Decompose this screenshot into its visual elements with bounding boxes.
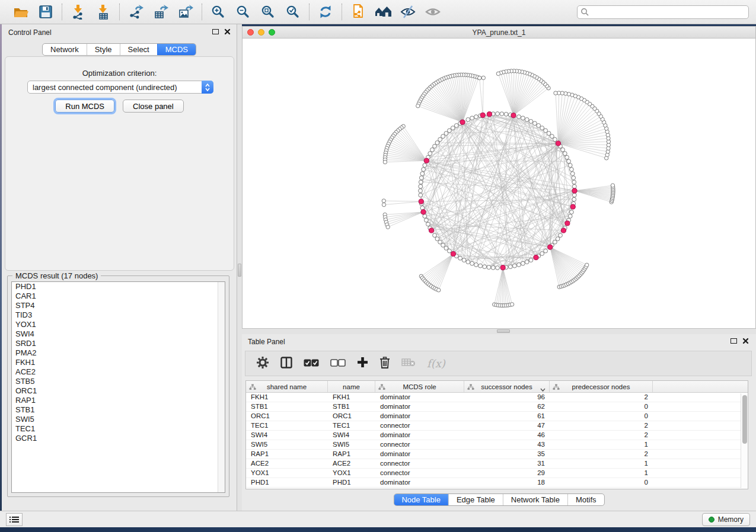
- mcds-result-item[interactable]: PHD1: [12, 282, 225, 291]
- memory-button[interactable]: Memory: [702, 513, 750, 526]
- tab-network-table[interactable]: Network Table: [503, 494, 567, 505]
- table-row[interactable]: YOX1YOX1connector291: [246, 469, 748, 478]
- cell-successor-nodes: 43: [464, 440, 550, 449]
- table-settings-button[interactable]: [256, 356, 269, 371]
- column-header-mcds-role[interactable]: MCDS role: [375, 381, 464, 392]
- mcds-result-item[interactable]: TID3: [12, 310, 225, 320]
- task-history-button[interactable]: [6, 513, 23, 526]
- table-row[interactable]: SWI5SWI5connector431: [246, 440, 748, 450]
- close-panel-button[interactable]: Close panel: [123, 100, 184, 113]
- control-panel: Control Panel NetworkStyleSelectMCDS Opt…: [2, 24, 237, 511]
- zoom-fit-button[interactable]: [260, 4, 276, 20]
- mcds-result-item[interactable]: ACE2: [12, 367, 225, 377]
- import-network-button[interactable]: [70, 4, 87, 20]
- cell-predecessor-nodes: 2: [550, 431, 653, 440]
- mcds-result-item[interactable]: STB1: [12, 405, 225, 415]
- zoom-in-button[interactable]: [210, 4, 227, 20]
- cell-successor-nodes: 47: [464, 421, 550, 430]
- table-row[interactable]: STB1STB1dominator620: [246, 402, 748, 412]
- table-scrollbar-thumb[interactable]: [742, 395, 747, 444]
- mcds-result-item[interactable]: RAP1: [12, 396, 225, 405]
- column-header-shared-name[interactable]: shared name: [246, 381, 328, 392]
- tab-node-table[interactable]: Node Table: [394, 494, 448, 505]
- cell-name: ACE2: [328, 459, 375, 468]
- table-row[interactable]: ORC1ORC1dominator610: [246, 412, 748, 421]
- deselect-all-button[interactable]: [330, 358, 346, 369]
- network-canvas[interactable]: [243, 39, 755, 328]
- horizontal-splitter[interactable]: [242, 329, 756, 334]
- cell-predecessor-nodes: 0: [550, 402, 653, 411]
- tab-edge-table[interactable]: Edge Table: [448, 494, 503, 505]
- mcds-result-item[interactable]: CAR1: [12, 291, 225, 301]
- mcds-result-item[interactable]: TEC1: [12, 424, 225, 434]
- checked-boxes-icon: [304, 359, 319, 367]
- run-mcds-button[interactable]: Run MCDS: [55, 100, 114, 113]
- export-table-button[interactable]: [152, 4, 169, 20]
- column-header-predecessor-nodes[interactable]: predecessor nodes: [550, 381, 653, 392]
- export-image-button[interactable]: [177, 4, 194, 20]
- tab-style[interactable]: Style: [87, 44, 120, 55]
- column-label: predecessor nodes: [572, 383, 630, 390]
- tab-network[interactable]: Network: [43, 44, 87, 55]
- splitter-handle[interactable]: [497, 329, 510, 333]
- table-row[interactable]: ACE2ACE2connector311: [246, 459, 748, 469]
- import-table-button[interactable]: [95, 4, 111, 20]
- delete-column-button[interactable]: [379, 357, 390, 371]
- close-panel-icon[interactable]: [742, 338, 749, 344]
- export-network-button[interactable]: [127, 4, 144, 20]
- optimization-criterion-select[interactable]: largest connected component (undirected): [27, 81, 213, 94]
- cell-shared-name: ACE2: [246, 459, 328, 468]
- vertical-splitter[interactable]: [237, 24, 242, 511]
- network-window-titlebar[interactable]: YPA_prune.txt_1: [243, 27, 755, 39]
- float-panel-icon[interactable]: [212, 29, 219, 34]
- mcds-result-item[interactable]: SRD1: [12, 339, 225, 348]
- table-row[interactable]: TEC1TEC1connector472: [246, 421, 748, 431]
- hide-selected-button[interactable]: [400, 4, 416, 20]
- table-row[interactable]: PHD1PHD1dominator180: [246, 478, 748, 488]
- column-header-successor-nodes[interactable]: successor nodes: [464, 381, 550, 392]
- column-header-name[interactable]: name: [328, 381, 375, 392]
- tab-motifs[interactable]: Motifs: [567, 494, 604, 505]
- refresh-icon: [318, 4, 333, 20]
- table-row[interactable]: SWI4SWI4dominator462: [246, 431, 748, 440]
- mcds-list-scrollbar[interactable]: [218, 282, 225, 492]
- network-window: YPA_prune.txt_1: [242, 26, 756, 329]
- save-session-button[interactable]: [37, 4, 54, 20]
- splitter-handle[interactable]: [238, 264, 241, 277]
- zoom-selected-button[interactable]: [285, 4, 301, 20]
- refresh-layout-button[interactable]: [317, 4, 334, 20]
- mcds-result-item[interactable]: ORC1: [12, 386, 225, 396]
- tab-select[interactable]: Select: [120, 44, 157, 55]
- add-column-button[interactable]: [357, 357, 368, 370]
- home-networks-button[interactable]: [375, 4, 391, 20]
- zoom-out-icon: [235, 4, 251, 20]
- mcds-result-item[interactable]: SWI4: [12, 329, 225, 339]
- control-panel-header: Control Panel: [2, 24, 237, 40]
- show-hidden-button[interactable]: [425, 4, 441, 20]
- columns-icon: [280, 357, 292, 368]
- clone-network-button[interactable]: [350, 4, 366, 20]
- mcds-result-item[interactable]: PMA2: [12, 348, 225, 358]
- mcds-result-item[interactable]: STP4: [12, 301, 225, 310]
- select-all-button[interactable]: [304, 358, 319, 369]
- float-panel-icon[interactable]: [731, 338, 737, 344]
- tab-mcds[interactable]: MCDS: [157, 44, 196, 55]
- mcds-result-item[interactable]: YOX1: [12, 320, 225, 329]
- open-file-button[interactable]: [12, 4, 29, 20]
- mcds-result-item[interactable]: GCR1: [12, 434, 225, 443]
- network-window-title: YPA_prune.txt_1: [243, 28, 755, 37]
- show-column-button[interactable]: [280, 357, 292, 371]
- zoom-out-button[interactable]: [235, 4, 251, 20]
- table-row[interactable]: FKH1FKH1dominator962: [246, 393, 748, 402]
- cell-shared-name: SWI4: [246, 431, 328, 440]
- mcds-result-item[interactable]: SWI5: [12, 415, 225, 424]
- zoom-in-icon: [210, 4, 226, 20]
- mcds-result-group: MCDS result (17 nodes) PHD1CAR1STP4TID3Y…: [7, 275, 229, 497]
- mcds-result-item[interactable]: STB5: [12, 377, 225, 386]
- close-panel-icon[interactable]: [224, 28, 231, 35]
- table-scrollbar[interactable]: [741, 393, 748, 488]
- node-table: shared namename MCDS role successor node…: [245, 380, 748, 489]
- mcds-result-item[interactable]: FKH1: [12, 358, 225, 367]
- table-row[interactable]: RAP1RAP1dominator352: [246, 450, 748, 459]
- search-input[interactable]: [577, 5, 749, 19]
